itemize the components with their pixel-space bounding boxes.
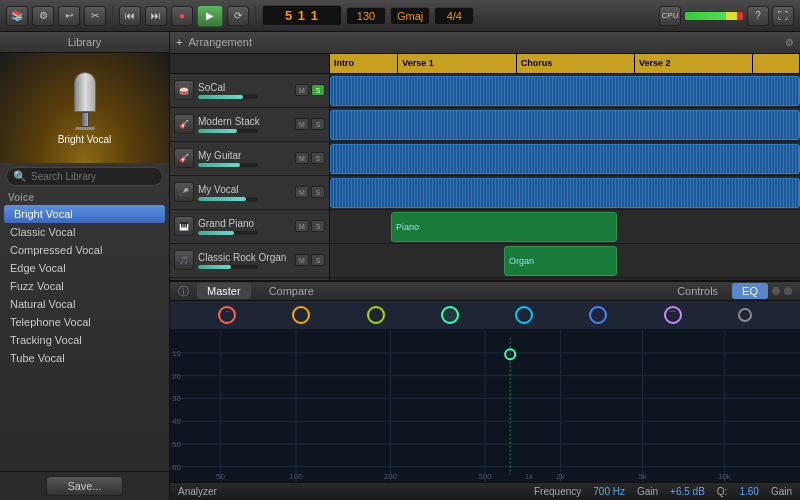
- preset-item-8[interactable]: Tube Vocal: [0, 349, 169, 367]
- main-area: Library Bright Vocal 🔍 Voice Bright Voca…: [0, 32, 800, 500]
- mute-btn-5[interactable]: M: [295, 254, 309, 266]
- preset-item-5[interactable]: Natural Vocal: [0, 295, 169, 313]
- solo-btn-1[interactable]: S: [311, 118, 325, 130]
- search-bar[interactable]: 🔍: [6, 167, 163, 186]
- track-row-4: 🎹 Grand Piano M S: [170, 210, 329, 244]
- timesig-display: 4/4: [434, 7, 474, 25]
- mute-btn-2[interactable]: M: [295, 152, 309, 164]
- eq-dot-1: [772, 287, 780, 295]
- level-yellow: [726, 12, 738, 20]
- solo-btn-3[interactable]: S: [311, 186, 325, 198]
- mic-icon: [70, 72, 100, 132]
- track-icon-5: 🎵: [174, 250, 194, 270]
- preset-list: Bright Vocal Classic Vocal Compressed Vo…: [0, 205, 169, 471]
- preset-item-4[interactable]: Fuzz Vocal: [0, 277, 169, 295]
- preset-item-2[interactable]: Compressed Vocal: [0, 241, 169, 259]
- level-meter: [684, 11, 744, 21]
- settings-btn[interactable]: ⚙: [32, 6, 54, 26]
- section-verse2[interactable]: Verse 2: [635, 54, 753, 73]
- record-btn[interactable]: ●: [171, 6, 193, 26]
- track-fader-3[interactable]: [198, 197, 258, 201]
- preset-item-7[interactable]: Tracking Vocal: [0, 331, 169, 349]
- solo-btn-0[interactable]: S: [311, 84, 325, 96]
- help-btn[interactable]: ?: [747, 6, 769, 26]
- track-fader-1[interactable]: [198, 129, 258, 133]
- clip-3-0[interactable]: [330, 178, 800, 208]
- clip-0-0[interactable]: [330, 76, 800, 106]
- mic-body: [81, 112, 89, 127]
- clip-4-0[interactable]: Piano: [391, 212, 617, 242]
- eq-band-1[interactable]: ⌒: [218, 306, 236, 324]
- solo-btn-2[interactable]: S: [311, 152, 325, 164]
- level-red: [737, 12, 743, 20]
- track-icon-2: 🎸: [174, 148, 194, 168]
- svg-text:20: 20: [172, 372, 181, 381]
- track-row-0: 🥁 SoCal M S: [170, 74, 329, 108]
- eq-tab-master[interactable]: Master: [197, 283, 251, 299]
- search-input[interactable]: [31, 171, 156, 182]
- rewind-btn[interactable]: ⏮: [119, 6, 141, 26]
- sidebar-title: Library: [0, 32, 169, 53]
- clip-row-4: Piano: [330, 210, 800, 244]
- arr-add-btn[interactable]: +: [176, 36, 182, 48]
- eq-header: ⓘ Master Compare Controls EQ: [170, 282, 800, 301]
- track-row-3: 🎤 My Vocal M S: [170, 176, 329, 210]
- save-button[interactable]: Save...: [46, 476, 122, 496]
- sep1: [112, 6, 113, 26]
- eq-tab-compare[interactable]: Compare: [259, 283, 324, 299]
- solo-btn-5[interactable]: S: [311, 254, 325, 266]
- eq-band-2[interactable]: [292, 306, 310, 324]
- bpm-display: 130: [346, 7, 386, 25]
- undo-btn[interactable]: ↩: [58, 6, 80, 26]
- track-icon-3: 🎤: [174, 182, 194, 202]
- svg-text:100: 100: [289, 472, 303, 481]
- clip-waveform-2-0: [331, 145, 799, 173]
- preset-item-0[interactable]: Bright Vocal: [4, 205, 165, 223]
- clip-organ-label: Organ: [505, 254, 538, 268]
- clip-1-0[interactable]: [330, 110, 800, 140]
- section-chorus[interactable]: Chorus: [517, 54, 635, 73]
- analyzer-label: Analyzer: [178, 486, 217, 497]
- eq-tab-controls[interactable]: Controls: [667, 283, 728, 299]
- preset-item-3[interactable]: Edge Vocal: [0, 259, 169, 277]
- arr-settings-btn[interactable]: ⚙: [785, 37, 794, 48]
- clip-5-0[interactable]: Organ: [504, 246, 617, 276]
- fullscreen-btn[interactable]: ⛶: [772, 6, 794, 26]
- track-fader-5[interactable]: [198, 265, 258, 269]
- mute-btn-0[interactable]: M: [295, 84, 309, 96]
- clip-2-0[interactable]: [330, 144, 800, 174]
- cpu-btn[interactable]: CPU: [659, 6, 681, 26]
- section-verse1[interactable]: Verse 1: [398, 54, 516, 73]
- preset-item-6[interactable]: Telephone Vocal: [0, 313, 169, 331]
- eq-band-8[interactable]: [738, 308, 752, 322]
- eq-band-7[interactable]: ⌒: [664, 306, 682, 324]
- redo-btn[interactable]: ✂: [84, 6, 106, 26]
- track-btns-5: M S: [295, 254, 325, 266]
- cycle-btn[interactable]: ⟳: [227, 6, 249, 26]
- eq-tab-eq[interactable]: EQ: [732, 283, 768, 299]
- gain-label: Gain: [637, 486, 658, 497]
- preset-image: Bright Vocal: [0, 53, 169, 163]
- track-fader-2[interactable]: [198, 163, 258, 167]
- position-display: 5 1 1: [262, 5, 342, 26]
- track-name-5: Classic Rock Organ: [198, 252, 291, 263]
- track-btns-0: M S: [295, 84, 325, 96]
- mute-btn-3[interactable]: M: [295, 186, 309, 198]
- eq-graph[interactable]: 50 100 200 500 1k 2k 5k 10k 10 20 30 40 …: [170, 330, 800, 482]
- preset-item-1[interactable]: Classic Vocal: [0, 223, 169, 241]
- mute-btn-4[interactable]: M: [295, 220, 309, 232]
- ff-btn[interactable]: ⏭: [145, 6, 167, 26]
- solo-btn-4[interactable]: S: [311, 220, 325, 232]
- mute-btn-1[interactable]: M: [295, 118, 309, 130]
- eq-band-6[interactable]: [589, 306, 607, 324]
- arrangement-title: Arrangement: [188, 36, 779, 48]
- eq-band-5[interactable]: [515, 306, 533, 324]
- eq-band-3[interactable]: [367, 306, 385, 324]
- play-btn[interactable]: ▶: [197, 5, 223, 27]
- track-fader-0[interactable]: [198, 95, 258, 99]
- section-intro[interactable]: Intro: [330, 54, 398, 73]
- svg-text:40: 40: [172, 417, 181, 426]
- track-fader-4[interactable]: [198, 231, 258, 235]
- library-btn[interactable]: 📚: [6, 6, 28, 26]
- eq-band-4[interactable]: [441, 306, 459, 324]
